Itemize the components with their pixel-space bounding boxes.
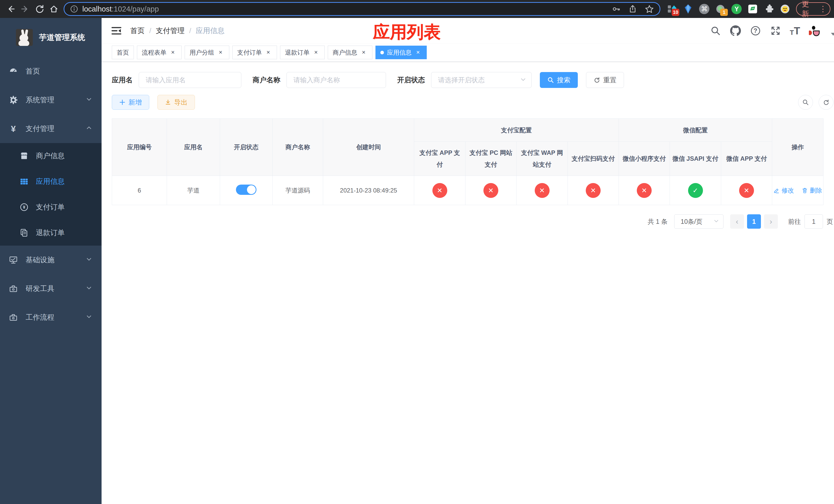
share-icon[interactable] [628,5,637,13]
sidebar-item-system[interactable]: 系统管理 [0,86,102,114]
main-area: 应用列表 首页 / 支付管理 / 应用信息 [102,18,834,504]
app-name-input[interactable] [139,72,241,88]
pencil-icon [773,187,780,193]
merchant-name-input[interactable] [286,72,386,88]
extension-gem-icon[interactable] [683,4,694,14]
search-icon [547,77,554,83]
extension-profile-icon[interactable]: 1 [715,4,726,14]
tag-pay-order[interactable]: 支付订单× [232,46,277,59]
status-select[interactable]: 请选择开启状态 [431,72,532,88]
close-icon[interactable]: × [360,49,368,56]
status-label: 开启状态 [397,75,425,85]
browser-update-button[interactable]: 更新 ⋮ [796,2,830,16]
help-icon[interactable]: ? [750,25,761,37]
sidebar-item-app-info[interactable]: 应用信息 [0,169,102,194]
chevron-down-icon [86,284,92,293]
refresh-table-button[interactable] [819,95,833,110]
close-icon[interactable]: × [414,49,422,56]
search-button[interactable]: 搜索 [540,72,578,88]
tag-process-form[interactable]: 流程表单× [137,46,181,59]
sidebar-item-payment[interactable]: ¥ 支付管理 [0,114,102,143]
annotation-app-list: 应用列表 [373,21,441,44]
tag-app-info[interactable]: 应用信息× [375,46,427,59]
cell-merchant: 芋道源码 [272,176,323,205]
sidebar-item-refund-order[interactable]: 退款订单 [0,220,102,246]
page-number-1[interactable]: 1 [747,214,761,229]
toggle-search-button[interactable] [798,95,813,110]
page-size-select[interactable]: 10条/页 [674,214,723,229]
page-content: 应用名 商户名称 开启状态 请选择开启状态 搜索 [102,62,834,504]
export-button[interactable]: 导出 [157,95,195,110]
font-size-icon[interactable]: TT [790,25,800,37]
delete-button[interactable]: 删除 [802,186,822,194]
sidebar-item-dev-tools[interactable]: 研发工具 [0,274,102,303]
filter-form: 应用名 商户名称 开启状态 请选择开启状态 搜索 [112,72,833,88]
breadcrumb-home[interactable]: 首页 [130,26,145,36]
col-merchant: 商户名称 [272,119,323,176]
reload-icon[interactable] [32,2,47,16]
extension-emoji-icon[interactable] [780,4,790,14]
channel-status-icon: ✕ [739,183,754,198]
status-toggle[interactable] [236,185,257,195]
site-info-icon[interactable] [70,5,78,13]
search-icon[interactable] [710,25,721,37]
close-icon[interactable]: × [312,49,320,56]
back-icon[interactable] [4,2,18,16]
extension-y-icon[interactable]: Y [731,4,742,14]
sidebar-item-home[interactable]: 首页 [0,57,102,86]
extensions-puzzle-icon[interactable] [764,4,774,14]
url-path: :1024/pay/app [112,5,159,13]
close-icon[interactable]: × [169,49,177,56]
extension-command-icon[interactable]: ⌘ [699,4,710,14]
chevron-down-icon [86,313,92,322]
close-icon[interactable]: × [217,49,224,56]
forward-icon[interactable] [18,2,32,16]
next-page-button[interactable]: › [764,214,778,229]
svg-text:¥: ¥ [23,205,25,210]
cell-app-id: 6 [112,176,167,205]
pagination: 共 1 条 10条/页 ‹ 1 › 前往 页 [112,214,833,229]
avatar-caret-icon[interactable] [831,33,834,36]
monitor-icon [9,255,18,265]
sidebar-item-pay-order[interactable]: ¥ 支付订单 [0,194,102,220]
channel-status-icon: ✕ [637,183,652,198]
avatar[interactable] [809,22,826,39]
tag-home[interactable]: 首页 [112,46,134,59]
password-key-icon[interactable] [612,5,621,13]
add-button[interactable]: 新增 [112,95,149,110]
tag-merchant-info[interactable]: 商户信息× [328,46,372,59]
sidebar-item-merchant-info[interactable]: 商户信息 [0,143,102,169]
toolbox-icon [9,313,18,322]
home-icon[interactable] [47,2,61,16]
edit-button[interactable]: 修改 [773,186,794,194]
address-bar[interactable]: localhost:1024/pay/app [64,2,660,16]
bookmark-star-icon[interactable] [645,4,654,14]
sidebar-item-infrastructure[interactable]: 基础设施 [0,246,102,274]
col-actions: 操作 [772,119,824,176]
tag-user-group[interactable]: 用户分组× [185,46,229,59]
breadcrumb-payment[interactable]: 支付管理 [156,26,185,36]
goto-label: 前往 [788,217,801,226]
sidebar-item-workflow[interactable]: 工作流程 [0,303,102,332]
extension-tabs-icon[interactable]: 10 [666,4,677,14]
url-host: localhost [82,5,112,13]
fullscreen-icon[interactable] [770,25,781,37]
extension-chat-icon[interactable] [747,4,758,14]
store-icon [20,151,29,160]
sidebar-fold-icon[interactable] [111,25,122,37]
prev-page-button[interactable]: ‹ [730,214,744,229]
tag-refund-order[interactable]: 退款订单× [280,46,325,59]
sidebar-logo[interactable]: 芋道管理系统 [0,18,102,57]
browser-menu-icon[interactable]: ⋮ [819,5,827,13]
breadcrumb: 首页 / 支付管理 / 应用信息 [130,26,225,36]
cell-created: 2021-10-23 08:49:25 [323,176,414,205]
close-icon[interactable]: × [264,49,272,56]
refresh-icon [823,99,829,106]
reset-button[interactable]: 重置 [586,72,624,88]
github-icon[interactable] [730,25,741,37]
logo-rabbit-image [16,29,33,46]
page-unit-label: 页 [827,217,833,226]
goto-page-input[interactable] [805,214,823,229]
navbar: 首页 / 支付管理 / 应用信息 ? [102,18,834,44]
address-bar-actions [612,4,654,14]
